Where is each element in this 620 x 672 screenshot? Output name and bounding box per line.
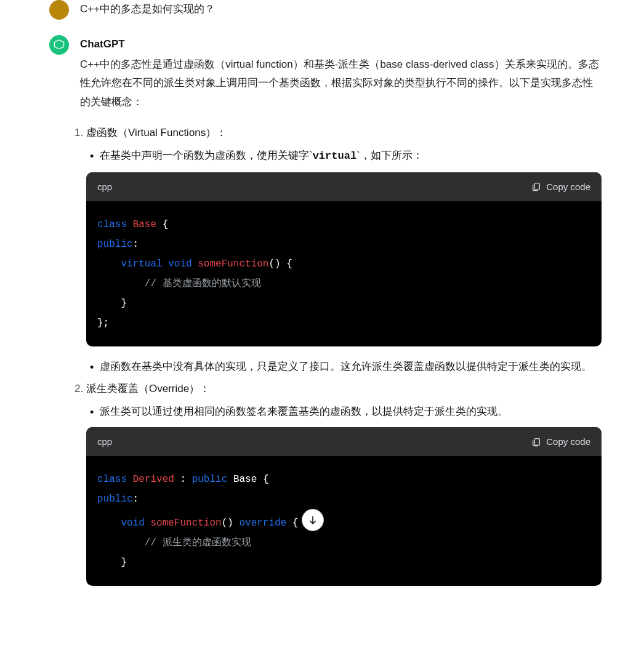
user-message-body: C++中的多态是如何实现的？ <box>80 0 602 20</box>
copy-code-button[interactable]: Copy code <box>531 178 590 195</box>
tok: virtual <box>121 258 162 270</box>
tok: someFunction <box>198 258 268 270</box>
tok: }; <box>97 318 109 329</box>
tok: : <box>174 474 192 485</box>
step-1-bullet-1-post: `，如下所示： <box>356 150 423 161</box>
code-block-1-content[interactable]: class Base { public: virtual void someFu… <box>86 201 602 346</box>
assistant-body: ChatGPT C++中的多态性是通过虚函数（virtual function）… <box>80 35 602 597</box>
step-2-bullet-1: 派生类可以通过使用相同的函数签名来覆盖基类的虚函数，以提供特定于派生类的实现。 <box>86 402 602 422</box>
tok: { <box>257 474 268 485</box>
step-1-bullet-after-1: 虚函数在基类中没有具体的实现，只是定义了接口。这允许派生类覆盖虚函数以提供特定于… <box>86 358 602 377</box>
tok: { <box>281 258 292 270</box>
step-1-title: 虚函数（Virtual Functions）： <box>86 127 227 138</box>
tok: // 基类虚函数的默认实现 <box>145 278 261 289</box>
steps-list: 虚函数（Virtual Functions）： 在基类中声明一个函数为虚函数，使… <box>80 124 602 586</box>
chat-container: C++中的多态是如何实现的？ ChatGPT C++中的多态性是通过虚函数（vi… <box>0 0 620 597</box>
step-1-bullets: 在基类中声明一个函数为虚函数，使用关键字`virtual`，如下所示： <box>86 146 602 166</box>
assistant-name: ChatGPT <box>80 35 602 54</box>
tok: { <box>286 518 298 529</box>
step-1-bullet-1-pre: 在基类中声明一个函数为虚函数，使用关键字` <box>100 150 313 161</box>
openai-icon <box>53 39 65 51</box>
tok: override <box>239 518 286 529</box>
tok: { <box>156 219 168 230</box>
tok: // 派生类的虚函数实现 <box>145 537 251 548</box>
tok: void <box>121 518 144 529</box>
copy-code-button[interactable]: Copy code <box>531 433 590 450</box>
tok: } <box>121 298 127 309</box>
code-block-2-content[interactable]: class Derived : public Base { public: vo… <box>86 456 602 586</box>
user-message: C++中的多态是如何实现的？ <box>18 0 602 20</box>
tok: : <box>133 239 139 250</box>
code-lang-label: cpp <box>97 178 112 195</box>
tok: public <box>97 494 133 505</box>
code-lang-label: cpp <box>97 433 112 450</box>
inline-code-virtual: virtual <box>313 150 356 162</box>
user-avatar <box>49 0 69 20</box>
step-2-title: 派生类覆盖（Override）： <box>86 383 210 394</box>
code-block-2: cpp Copy code class Derived : public Bas… <box>86 427 602 586</box>
step-1-bullets-after: 虚函数在基类中没有具体的实现，只是定义了接口。这允许派生类覆盖虚函数以提供特定于… <box>86 358 602 377</box>
tok: class <box>97 219 127 230</box>
step-1: 虚函数（Virtual Functions）： 在基类中声明一个函数为虚函数，使… <box>86 124 602 376</box>
clipboard-icon <box>531 182 541 191</box>
svg-rect-1 <box>535 439 540 446</box>
step-1-bullet-1: 在基类中声明一个函数为虚函数，使用关键字`virtual`，如下所示： <box>86 146 602 166</box>
user-question: C++中的多态是如何实现的？ <box>80 0 602 19</box>
tok: Base <box>133 219 156 230</box>
tok: : <box>133 494 139 505</box>
step-2-bullets: 派生类可以通过使用相同的函数签名来覆盖基类的虚函数，以提供特定于派生类的实现。 <box>86 402 602 422</box>
tok: someFunction <box>150 518 221 529</box>
scroll-down-button[interactable] <box>302 509 324 531</box>
assistant-message: ChatGPT C++中的多态性是通过虚函数（virtual function）… <box>18 35 602 597</box>
code-block-1-header: cpp Copy code <box>86 172 602 201</box>
code-block-1: cpp Copy code class Base { public: virtu… <box>86 172 602 346</box>
clipboard-icon <box>531 437 541 447</box>
copy-label: Copy code <box>546 178 590 195</box>
tok: public <box>97 239 133 250</box>
svg-rect-0 <box>535 183 540 190</box>
tok: } <box>121 557 127 568</box>
tok: class <box>97 474 127 485</box>
tok: () <box>268 258 280 270</box>
tok: Base <box>233 474 257 485</box>
tok: public <box>192 474 228 485</box>
assistant-avatar <box>49 35 69 55</box>
code-block-2-header: cpp Copy code <box>86 427 602 456</box>
tok: Derived <box>133 474 174 485</box>
step-2: 派生类覆盖（Override）： 派生类可以通过使用相同的函数签名来覆盖基类的虚… <box>86 380 602 586</box>
tok: () <box>222 518 233 529</box>
arrow-down-icon <box>307 514 318 526</box>
assistant-intro: C++中的多态性是通过虚函数（virtual function）和基类-派生类（… <box>80 55 602 112</box>
tok: void <box>168 258 191 270</box>
copy-label: Copy code <box>546 433 590 450</box>
